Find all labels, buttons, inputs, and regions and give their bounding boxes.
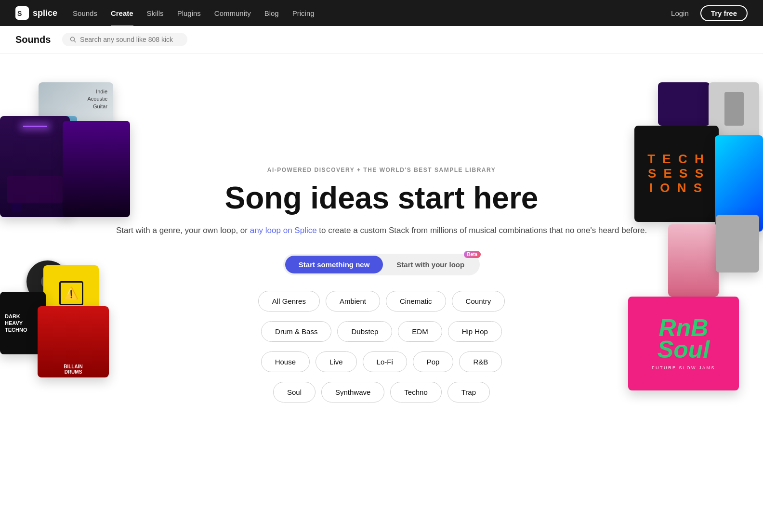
search-input[interactable] <box>80 36 180 43</box>
tab-loop-button[interactable]: Start with your loop <box>383 256 478 273</box>
nav-sounds[interactable]: Sounds <box>73 9 97 17</box>
genre-ambient[interactable]: Ambient <box>326 291 380 311</box>
purple-room-card <box>0 116 70 217</box>
pink-person-card <box>668 224 719 297</box>
genre-drum-bass[interactable]: Drum & Bass <box>261 321 331 342</box>
vinyl-record-card <box>26 260 69 303</box>
any-loop-link[interactable]: any loop on Splice <box>250 226 317 235</box>
nav-blog[interactable]: Blog <box>264 9 279 17</box>
svg-text:S: S <box>17 10 22 17</box>
tab-new-button[interactable]: Start something new <box>285 256 383 273</box>
genre-trap[interactable]: Trap <box>447 382 490 402</box>
nav-community[interactable]: Community <box>214 9 251 17</box>
genre-cinematic[interactable]: Cinematic <box>386 291 446 311</box>
genre-row-3: House Live Lo-Fi Pop R&B <box>116 351 647 372</box>
genre-lofi[interactable]: Lo-Fi <box>363 351 407 372</box>
genre-row-2: Drum & Bass Dubstep EDM Hip Hop <box>116 321 647 342</box>
genre-row-1: All Genres Ambient Cinematic Country <box>116 291 647 311</box>
indie-guitar-card: Indie Acoustic Guitar <box>39 82 113 159</box>
genre-all-genres[interactable]: All Genres <box>258 291 320 311</box>
nav-skills[interactable]: Skills <box>147 9 164 17</box>
nav-create[interactable]: Create <box>111 9 133 17</box>
search-bar[interactable] <box>62 33 187 46</box>
main-content: Indie Acoustic Guitar ⚠️ <box>0 53 763 516</box>
genre-house[interactable]: House <box>261 351 310 372</box>
tab-loop-wrapper: Start with your loop Beta <box>383 256 478 273</box>
ai-label: AI-POWERED DISCOVERY + THE WORLD'S BEST … <box>116 167 647 173</box>
genre-soul[interactable]: Soul <box>273 382 316 402</box>
grey-person-card <box>716 215 759 272</box>
try-free-button[interactable]: Try free <box>700 5 748 21</box>
genre-edm[interactable]: EDM <box>398 321 442 342</box>
genre-rnb[interactable]: R&B <box>459 351 502 372</box>
beta-badge: Beta <box>464 251 481 258</box>
search-icon <box>70 36 76 43</box>
cyan-card <box>715 135 763 232</box>
genre-row-4: Soul Synthwave Techno Trap <box>116 382 647 402</box>
genre-techno[interactable]: Techno <box>390 382 441 402</box>
genre-synthwave[interactable]: Synthwave <box>321 382 384 402</box>
genre-live[interactable]: Live <box>316 351 357 372</box>
tabs-container: Start something new Start with your loop… <box>283 254 480 275</box>
hero-title: Song ideas start here <box>116 181 647 215</box>
grey-tall-card <box>709 82 759 179</box>
svg-line-3 <box>74 40 76 42</box>
genre-grid: All Genres Ambient Cinematic Country Dru… <box>116 291 647 402</box>
logo-text: splice <box>33 8 57 18</box>
nav-right: Login Try free <box>671 5 748 21</box>
navbar: S splice Sounds Create Skills Plugins Co… <box>0 0 763 26</box>
sounds-title: Sounds <box>15 34 51 45</box>
indie-card-label: Indie Acoustic Guitar <box>87 88 107 110</box>
villain-drums-card: BILLAINDRUMS <box>38 306 109 377</box>
genre-pop[interactable]: Pop <box>413 351 454 372</box>
yellow-card: ⚠️ <box>43 265 99 321</box>
genre-hiphop[interactable]: Hip Hop <box>448 321 502 342</box>
login-link[interactable]: Login <box>671 9 689 17</box>
nav-plugins[interactable]: Plugins <box>177 9 201 17</box>
sounds-header: Sounds <box>0 26 763 53</box>
genre-country[interactable]: Country <box>452 291 505 311</box>
logo[interactable]: S splice <box>15 6 57 20</box>
small-purple-right <box>658 82 710 126</box>
nav-links: Sounds Create Skills Plugins Community B… <box>73 9 671 17</box>
splice-logo-icon: S <box>15 6 29 20</box>
hero-subtitle: Start with a genre, your own loop, or an… <box>116 224 647 237</box>
genre-dubstep[interactable]: Dubstep <box>337 321 392 342</box>
nav-pricing[interactable]: Pricing <box>292 9 315 17</box>
tech-sessions-card: T E C H S E S S I O N S <box>634 126 719 222</box>
center-content: AI-POWERED DISCOVERY + THE WORLD'S BEST … <box>116 138 647 432</box>
dark-heavy-techno-card: Dark Heavy Techno <box>0 292 46 354</box>
